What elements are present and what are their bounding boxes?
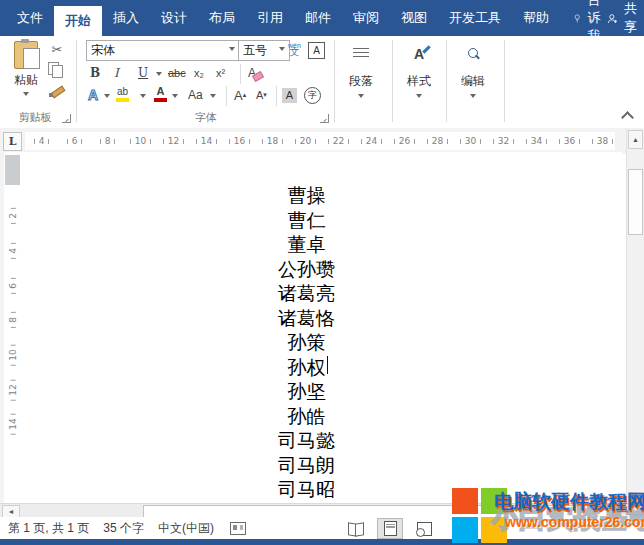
clipboard-dialog-launcher[interactable] bbox=[62, 114, 71, 123]
font-name-combo[interactable]: 宋体 bbox=[86, 40, 240, 61]
language-status[interactable]: 中文(中国) bbox=[158, 520, 214, 537]
document-line[interactable]: 公孙瓒 bbox=[10, 257, 603, 282]
editing-arrow[interactable] bbox=[470, 94, 476, 101]
document-line[interactable]: 司马懿 bbox=[10, 428, 603, 453]
font-size-combo[interactable]: 五号 bbox=[238, 40, 290, 61]
ribbon-tab-bar: 文件 开始 插入 设计 布局 引用 邮件 审阅 视图 开发工具 帮助 bbox=[0, 0, 644, 36]
document-text[interactable]: 曹操 曹仁 董卓 公孙瓒 诸葛亮 诸葛恪 孙策 孙权 孙坚 孙皓 司马懿 bbox=[10, 183, 603, 526]
word-count-status[interactable]: 35 个字 bbox=[103, 520, 144, 537]
styles-arrow[interactable] bbox=[416, 94, 422, 101]
paragraph-arrow[interactable] bbox=[358, 94, 364, 101]
enclose-characters-button[interactable]: 字 bbox=[304, 86, 321, 104]
copy-button[interactable] bbox=[48, 62, 66, 78]
bold-button[interactable]: B bbox=[90, 64, 100, 82]
strikethrough-button[interactable]: abc bbox=[168, 64, 186, 82]
character-shading-button[interactable]: A bbox=[282, 86, 297, 104]
character-shading-icon: A bbox=[282, 88, 297, 103]
ribbon-tab[interactable]: 插入 bbox=[102, 0, 150, 36]
document-page[interactable]: 曹操 曹仁 董卓 公孙瓒 诸葛亮 诸葛恪 孙策 孙权 孙坚 孙皓 司马懿 bbox=[21, 152, 622, 503]
paste-dropdown-arrow[interactable] bbox=[23, 92, 29, 99]
text-effects-button[interactable]: A bbox=[88, 86, 98, 104]
share-button[interactable]: 共享 bbox=[607, 0, 642, 36]
ruler-mark: 16 bbox=[223, 136, 256, 146]
ribbon-tab[interactable]: 设计 bbox=[150, 0, 198, 36]
read-mode-button[interactable] bbox=[344, 519, 368, 538]
styles-group-button[interactable]: A 样式 bbox=[396, 36, 442, 128]
document-line[interactable]: 司马昭 bbox=[10, 477, 603, 502]
document-line[interactable]: 曹仁 bbox=[10, 208, 603, 233]
document-line[interactable]: 诸葛亮 bbox=[10, 281, 603, 306]
change-case-button[interactable]: Aa bbox=[188, 86, 203, 104]
scissors-icon: ✂ bbox=[52, 43, 63, 57]
font-dialog-launcher[interactable] bbox=[320, 114, 329, 123]
document-line[interactable]: 孙皓 bbox=[10, 404, 603, 429]
lightbulb-icon bbox=[574, 10, 581, 27]
document-line[interactable]: 孙权 bbox=[10, 355, 603, 380]
ribbon-tab[interactable]: 引用 bbox=[246, 0, 294, 36]
change-case-arrow[interactable] bbox=[210, 94, 216, 101]
group-divider bbox=[76, 40, 77, 122]
tell-me-button[interactable]: 告诉我 bbox=[574, 0, 607, 36]
ruler-mark: 30 bbox=[454, 136, 487, 146]
page-number-status[interactable]: 第 1 页, 共 1 页 bbox=[8, 520, 89, 537]
ribbon-tab[interactable]: 文件 bbox=[6, 0, 54, 36]
web-layout-button[interactable] bbox=[412, 519, 436, 538]
enclose-characters-icon: 字 bbox=[304, 87, 321, 104]
document-line[interactable]: 孙策 bbox=[10, 330, 603, 355]
paragraph-icon bbox=[353, 48, 369, 60]
paste-button[interactable]: 粘贴 bbox=[7, 41, 45, 105]
styles-icon: A bbox=[414, 46, 424, 62]
vertical-scroll-thumb[interactable] bbox=[628, 169, 643, 235]
document-line[interactable]: 董卓 bbox=[10, 232, 603, 257]
italic-button[interactable]: I bbox=[114, 64, 119, 82]
ruler-mark: 38 bbox=[586, 136, 615, 146]
vertical-scrollbar[interactable]: ▲ ▼ bbox=[626, 128, 644, 517]
scroll-up-button[interactable]: ▲ bbox=[628, 130, 643, 149]
ribbon-tab[interactable]: 开始 bbox=[54, 6, 102, 36]
paste-clipboard-icon bbox=[14, 41, 38, 69]
font-color-button[interactable]: A bbox=[154, 85, 167, 103]
ribbon-tabs: 文件 开始 插入 设计 布局 引用 邮件 审阅 视图 开发工具 帮助 bbox=[0, 0, 560, 36]
ribbon-tab[interactable]: 视图 bbox=[390, 0, 438, 36]
document-line[interactable]: 诸葛恪 bbox=[10, 306, 603, 331]
collapse-ribbon-button[interactable] bbox=[621, 111, 634, 124]
format-painter-button[interactable] bbox=[48, 84, 66, 100]
document-line[interactable]: 曹操 bbox=[10, 183, 603, 208]
tab-stop-selector[interactable]: L bbox=[3, 132, 22, 151]
ribbon-tab[interactable]: 审阅 bbox=[342, 0, 390, 36]
subscript-button[interactable]: x₂ bbox=[194, 64, 204, 82]
share-label: 共享 bbox=[624, 0, 642, 36]
macro-record-icon[interactable] bbox=[230, 522, 246, 535]
ribbon-tab[interactable]: 开发工具 bbox=[438, 0, 512, 36]
clear-formatting-button[interactable]: A bbox=[248, 64, 256, 82]
pinyin-guide-button[interactable]: wén 文 bbox=[288, 40, 301, 58]
font-size-arrow[interactable] bbox=[279, 47, 285, 54]
paragraph-group-button[interactable]: 段落 bbox=[338, 36, 384, 128]
font-name-arrow[interactable] bbox=[229, 47, 235, 54]
grow-font-button[interactable]: A▴ bbox=[234, 86, 246, 104]
scroll-down-button[interactable]: ▼ bbox=[628, 496, 643, 515]
group-divider bbox=[504, 40, 505, 122]
ribbon-tab[interactable]: 布局 bbox=[198, 0, 246, 36]
underline-button[interactable]: U bbox=[138, 64, 148, 82]
document-line[interactable]: 司马朗 bbox=[10, 453, 603, 478]
highlight-arrow[interactable] bbox=[140, 94, 146, 101]
editing-group-button[interactable]: 编辑 bbox=[450, 36, 496, 128]
document-line[interactable]: 孙坚 bbox=[10, 379, 603, 404]
highlight-button[interactable]: ab bbox=[116, 85, 129, 103]
status-bar: 第 1 页, 共 1 页 35 个字 中文(中国) bbox=[0, 517, 644, 539]
underline-arrow[interactable] bbox=[156, 72, 162, 79]
text-effects-arrow[interactable] bbox=[104, 94, 110, 101]
small-divider bbox=[276, 86, 277, 106]
cut-button[interactable]: ✂ bbox=[48, 42, 66, 58]
ribbon-tab[interactable]: 帮助 bbox=[512, 0, 560, 36]
font-color-arrow[interactable] bbox=[172, 94, 178, 101]
text-cursor bbox=[327, 356, 328, 374]
shrink-font-button[interactable]: A▾ bbox=[256, 86, 267, 104]
horizontal-scrollbar[interactable]: ◄ bbox=[0, 503, 627, 518]
superscript-button[interactable]: x² bbox=[216, 64, 225, 82]
ribbon-tab[interactable]: 邮件 bbox=[294, 0, 342, 36]
ruler-mark: 4 bbox=[25, 136, 58, 146]
character-border-button[interactable]: A bbox=[308, 41, 325, 59]
print-layout-button[interactable] bbox=[377, 518, 403, 539]
